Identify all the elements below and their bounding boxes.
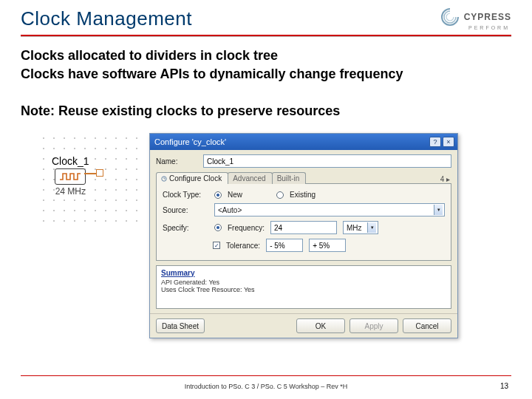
note-text: Note: Reuse existing clocks to preserve …	[21, 103, 511, 120]
frequency-unit-value: MHz	[347, 224, 362, 232]
clock-symbol-label: Clock_1	[52, 155, 89, 167]
frequency-input[interactable]	[270, 221, 337, 234]
source-value: <Auto>	[218, 206, 242, 214]
tab-configure-label: Configure Clock	[169, 174, 222, 183]
logo-text: CYPRESS	[464, 12, 511, 22]
radio-existing[interactable]	[276, 191, 284, 199]
clock-type-label: Clock Type:	[163, 191, 208, 199]
name-label: Name:	[156, 157, 199, 166]
tolerance-minus-input[interactable]	[266, 239, 303, 252]
datasheet-button[interactable]: Data Sheet	[156, 318, 205, 333]
help-button[interactable]: ?	[429, 137, 441, 147]
name-input[interactable]	[203, 154, 451, 168]
bullet-2: Clocks have software APIs to dynamically…	[21, 66, 511, 83]
configure-panel: Clock Type: New Existing Source: <Auto> …	[156, 183, 451, 261]
page-number: 13	[500, 382, 508, 390]
summary-line-1: API Generated: Yes	[161, 279, 446, 286]
tab-builtin[interactable]: Built-in	[272, 172, 307, 184]
clock-symbol-box	[55, 168, 86, 185]
tolerance-label: Tolerance:	[226, 242, 260, 250]
logo-subtext: PERFORM	[468, 25, 510, 30]
clock-symbol-freq: 24 MHz	[55, 186, 86, 197]
tab-configure-clock[interactable]: Configure Clock	[156, 172, 228, 184]
tab-advanced[interactable]: Advanced	[228, 172, 272, 184]
close-button[interactable]: ×	[443, 137, 454, 147]
radio-frequency-label: Frequency:	[228, 224, 265, 232]
configure-clock-dialog: Configure 'cy_clock' ? × Name: Configure…	[149, 133, 458, 338]
bullet-1: Clocks allocated to dividers in clock tr…	[21, 47, 511, 64]
clock-output-wire	[84, 173, 96, 174]
brand-logo: CYPRESS PERFORM	[440, 7, 511, 30]
clock-output-terminal	[96, 169, 103, 177]
chevron-down-icon: ▾	[367, 222, 376, 233]
frequency-unit-select[interactable]: MHz ▾	[343, 221, 378, 234]
cancel-button[interactable]: Cancel	[403, 318, 451, 333]
resource-count: 4 ▸	[440, 174, 457, 183]
cypress-swirl-icon	[440, 7, 460, 27]
dialog-title: Configure 'cy_clock'	[154, 137, 226, 146]
clock-tab-icon	[161, 176, 167, 182]
radio-existing-label: Existing	[290, 191, 316, 199]
source-label: Source:	[163, 206, 208, 214]
radio-frequency[interactable]	[214, 224, 222, 231]
footer-divider	[21, 375, 511, 377]
summary-box: Summary API Generated: Yes Uses Clock Tr…	[156, 265, 451, 309]
dialog-titlebar: Configure 'cy_clock' ? ×	[150, 134, 457, 150]
source-select[interactable]: <Auto> ▾	[214, 203, 445, 216]
apply-button[interactable]: Apply	[349, 318, 398, 333]
specify-label: Specify:	[163, 224, 208, 232]
tolerance-checkbox[interactable]: ✓	[213, 242, 220, 249]
footer-text: Introduction to PSo. C 3 / PSo. C 5 Work…	[0, 383, 532, 390]
radio-new[interactable]	[214, 191, 222, 199]
tolerance-plus-input[interactable]	[309, 239, 346, 252]
summary-line-2: Uses Clock Tree Resource: Yes	[161, 286, 446, 293]
page-title: Clock Management	[21, 7, 192, 30]
ok-button[interactable]: OK	[296, 318, 345, 333]
schematic-diagram: Clock_1 24 MHz	[38, 133, 142, 222]
square-wave-icon	[60, 173, 81, 180]
chevron-down-icon: ▾	[434, 205, 443, 215]
summary-heading: Summary	[161, 269, 446, 277]
radio-new-label: New	[228, 191, 242, 199]
